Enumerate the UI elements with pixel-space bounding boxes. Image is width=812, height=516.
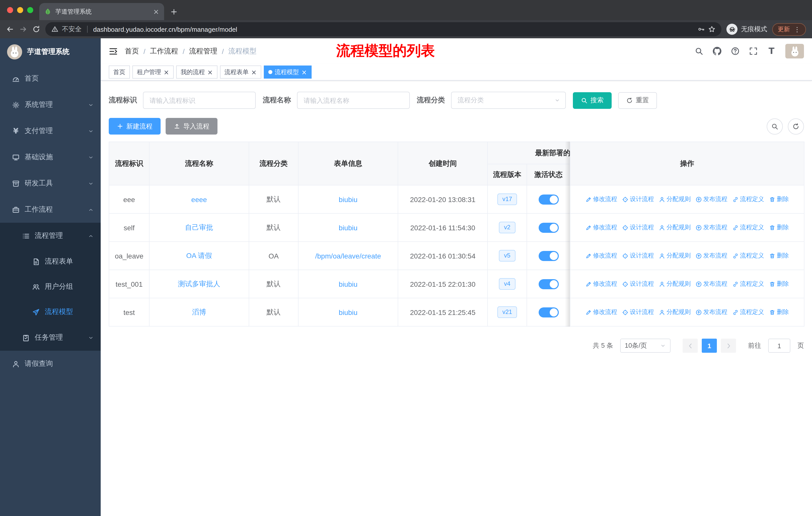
op-设计流程[interactable]: 设计流程 [622,195,654,203]
active-toggle[interactable] [539,279,558,289]
tag-close-icon[interactable]: × [164,69,169,75]
tag-流程模型[interactable]: 流程模型× [264,65,311,79]
op-流程定义[interactable]: 流程定义 [732,195,764,203]
form-info-link[interactable]: biubiu [339,223,358,232]
op-删除[interactable]: 删除 [769,251,789,260]
address-bar[interactable]: 不安全 dashboard.yudao.iocoder.cn/bpm/manag… [45,22,721,36]
sidebar-item-流程管理[interactable]: 流程管理 [0,223,101,249]
op-删除[interactable]: 删除 [769,195,789,203]
zoom-window-button[interactable] [27,7,33,13]
tag-我的流程[interactable]: 我的流程× [176,65,218,79]
op-设计流程[interactable]: 设计流程 [622,308,654,317]
op-流程定义[interactable]: 流程定义 [732,223,764,232]
minimize-window-button[interactable] [17,7,23,13]
op-设计流程[interactable]: 设计流程 [622,251,654,260]
breadcrumb-item[interactable]: 流程管理 [189,47,218,56]
update-button[interactable]: 更新 ⋮ [772,23,806,35]
reset-button[interactable]: 重置 [618,92,657,109]
search-icon[interactable] [695,47,703,55]
tag-close-icon[interactable]: × [207,69,213,75]
op-设计流程[interactable]: 设计流程 [622,223,654,232]
font-size-icon[interactable]: T [767,47,776,55]
sidebar-item-研发工具[interactable]: 研发工具 [0,170,101,196]
tag-流程表单[interactable]: 流程表单× [220,65,261,79]
active-toggle[interactable] [539,251,558,261]
op-设计流程[interactable]: 设计流程 [622,280,654,288]
active-toggle[interactable] [539,194,558,204]
refresh-table-button[interactable] [788,118,804,134]
process-key-input[interactable] [143,92,256,109]
reload-button[interactable] [32,25,40,33]
op-流程定义[interactable]: 流程定义 [732,308,764,317]
help-icon[interactable] [731,47,740,55]
tab-close-icon[interactable]: × [153,8,159,15]
sidebar-item-首页[interactable]: 首页 [0,65,101,92]
next-page-button[interactable] [721,338,736,353]
page-number-button[interactable]: 1 [702,338,717,353]
process-name-link[interactable]: OA 请假 [186,251,212,259]
form-info-link[interactable]: /bpm/oa/leave/create [315,252,381,260]
op-发布流程[interactable]: 发布流程 [696,280,727,288]
new-tab-button[interactable] [170,8,178,16]
op-分配规则[interactable]: 分配规则 [659,280,691,288]
sidebar-fold-button[interactable] [109,47,118,56]
create-process-button[interactable]: 新建流程 [109,118,161,135]
active-toggle[interactable] [539,307,558,317]
page-size-select[interactable]: 10条/页 [620,338,671,353]
goto-page-input[interactable] [768,338,790,353]
github-icon[interactable] [713,47,721,55]
process-name-link[interactable]: 自己审批 [185,223,213,231]
sidebar-item-任务管理[interactable]: 任务管理 [0,325,101,351]
form-info-link[interactable]: biubiu [339,308,358,316]
breadcrumb-item[interactable]: 首页 [125,47,139,56]
op-修改流程[interactable]: 修改流程 [585,251,617,260]
op-修改流程[interactable]: 修改流程 [585,308,617,317]
op-发布流程[interactable]: 发布流程 [696,195,727,203]
process-name-link[interactable]: 滔博 [192,308,206,316]
search-button[interactable]: 搜索 [573,92,612,109]
op-修改流程[interactable]: 修改流程 [585,195,617,203]
op-分配规则[interactable]: 分配规则 [659,195,691,203]
tag-首页[interactable]: 首页 [109,65,130,79]
sidebar-item-系统管理[interactable]: 系统管理 [0,92,101,118]
op-修改流程[interactable]: 修改流程 [585,280,617,288]
import-process-button[interactable]: 导入流程 [166,118,218,135]
sidebar-item-工作流程[interactable]: 工作流程 [0,196,101,223]
back-button[interactable] [6,25,14,33]
sidebar-item-请假查询[interactable]: 请假查询 [0,351,101,377]
toggle-search-button[interactable] [767,118,783,134]
op-流程定义[interactable]: 流程定义 [732,280,764,288]
process-name-link[interactable]: eeee [191,195,207,203]
password-key-icon[interactable] [698,26,705,33]
op-删除[interactable]: 删除 [769,280,789,288]
op-发布流程[interactable]: 发布流程 [696,251,727,260]
sidebar-item-流程模型[interactable]: 流程模型 [0,299,101,325]
op-分配规则[interactable]: 分配规则 [659,223,691,232]
active-toggle[interactable] [539,222,558,233]
op-发布流程[interactable]: 发布流程 [696,223,727,232]
sidebar-item-基础设施[interactable]: 基础设施 [0,144,101,170]
close-window-button[interactable] [7,7,13,13]
tag-租户管理[interactable]: 租户管理× [133,65,174,79]
op-修改流程[interactable]: 修改流程 [585,223,617,232]
sidebar-item-流程表单[interactable]: 流程表单 [0,249,101,274]
sidebar-item-支付管理[interactable]: ¥支付管理 [0,118,101,144]
browser-menu-icon[interactable]: ⋮ [794,26,801,32]
forward-button[interactable] [19,25,27,33]
process-name-input[interactable] [297,92,410,109]
sidebar-item-用户分组[interactable]: 用户分组 [0,274,101,299]
op-流程定义[interactable]: 流程定义 [732,251,764,260]
process-name-link[interactable]: 测试多审批人 [178,279,220,288]
process-category-select[interactable]: 流程分类 [451,92,566,109]
tag-close-icon[interactable]: × [251,69,257,75]
prev-page-button[interactable] [683,338,698,353]
browser-tab[interactable]: 芋道管理系统 × [39,3,164,20]
op-发布流程[interactable]: 发布流程 [696,308,727,317]
op-分配规则[interactable]: 分配规则 [659,251,691,260]
op-删除[interactable]: 删除 [769,308,789,317]
op-分配规则[interactable]: 分配规则 [659,308,691,317]
bookmark-star-icon[interactable] [708,26,715,33]
form-info-link[interactable]: biubiu [339,280,358,288]
tag-close-icon[interactable]: × [301,69,307,75]
fullscreen-icon[interactable] [749,47,758,55]
